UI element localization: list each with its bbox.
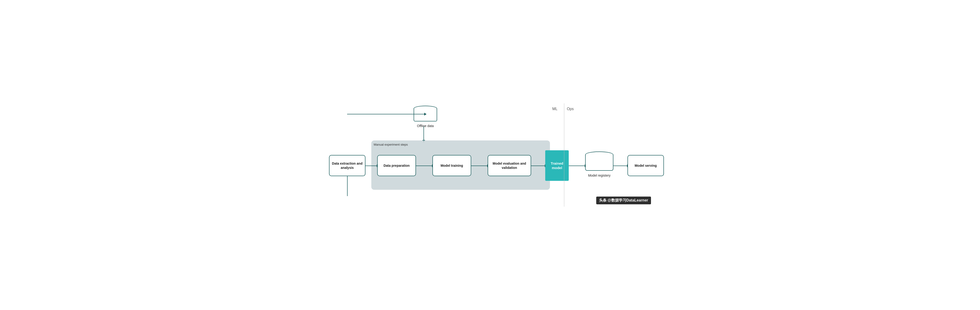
box-trained-model: Trained model	[545, 150, 569, 181]
registry-cylinder-body	[585, 155, 613, 171]
arrow-2	[416, 165, 433, 166]
ml-label: ML	[552, 107, 557, 111]
data-extraction-label: Data extraction and analysis	[329, 161, 365, 170]
arrow-5	[569, 165, 585, 166]
trained-model-label: Trained model	[545, 161, 569, 170]
box-model-training: Model training	[433, 155, 471, 176]
model-serving-label: Model serving	[635, 164, 657, 167]
arrow-6	[613, 165, 627, 166]
box-model-evaluation: Model evaluation and validation	[488, 155, 531, 176]
arrow-1	[366, 165, 377, 166]
model-evaluation-label: Model evaluation and validation	[488, 161, 531, 170]
registry-cylinder	[585, 151, 613, 172]
diagram-container: Offline data Manual experiment steps Dat…	[327, 103, 653, 207]
model-registry: Model registery	[585, 151, 613, 177]
feedback-arrow-horizontal	[347, 114, 425, 114]
data-preparation-label: Data preparation	[383, 164, 410, 167]
box-data-extraction: Data extraction and analysis	[329, 155, 366, 176]
watermark-text: 头条 @数据学习DataLearner	[599, 198, 648, 202]
arrow-4	[531, 165, 545, 166]
model-training-label: Model training	[441, 164, 463, 167]
ops-label: Ops	[567, 107, 574, 111]
registry-label: Model registery	[588, 173, 611, 177]
arrow-3	[471, 165, 488, 166]
arrow-offline-down	[423, 126, 424, 140]
offline-data: Offline data	[414, 106, 437, 128]
watermark: 头条 @数据学习DataLearner	[596, 197, 651, 204]
offline-data-label: Offline data	[417, 124, 434, 128]
box-model-serving: Model serving	[627, 155, 664, 176]
box-data-preparation: Data preparation	[377, 155, 416, 176]
manual-steps-label: Manual experiment steps	[374, 143, 408, 146]
